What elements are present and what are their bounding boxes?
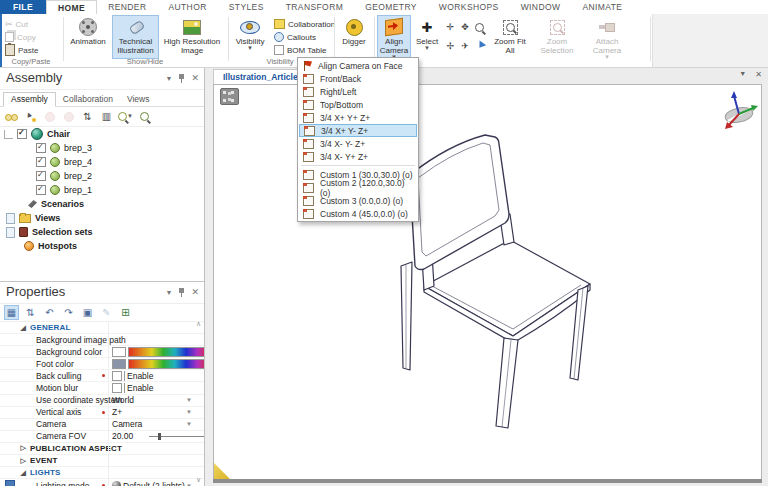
show-glasses-icon[interactable] bbox=[4, 109, 19, 124]
menu-transform[interactable]: TRANSFORM bbox=[275, 0, 354, 14]
tree-node-chair[interactable]: Chair bbox=[0, 127, 204, 141]
pin-icon[interactable] bbox=[179, 74, 184, 83]
section-general[interactable]: ◢ GENERAL bbox=[0, 322, 204, 334]
visibility-checkbox[interactable] bbox=[36, 185, 46, 195]
sort-az-icon[interactable]: ⇅ bbox=[80, 109, 95, 124]
zoom-in-icon[interactable] bbox=[475, 23, 484, 32]
menu-workshops[interactable]: WORKSHOPS bbox=[428, 0, 510, 14]
tree-node-views[interactable]: Views bbox=[0, 211, 204, 225]
undo-property-icon[interactable]: ↶ bbox=[42, 305, 57, 320]
color-swatch[interactable] bbox=[112, 359, 126, 369]
menu-item-align-camera-on-face[interactable]: Align Camera on Face bbox=[299, 59, 417, 72]
enable-checkbox[interactable] bbox=[112, 371, 122, 381]
panel-menu-icon[interactable]: ▼ bbox=[166, 289, 173, 296]
zoom-arrow-icon[interactable] bbox=[474, 40, 486, 53]
categorized-view-icon[interactable]: ▦ bbox=[4, 305, 19, 320]
prop-camera-fov[interactable]: Camera FOV 20.00 bbox=[0, 431, 204, 443]
sort-az-icon[interactable]: ⇅ bbox=[23, 305, 38, 320]
prop-motion-blur[interactable]: Motion blur Enable bbox=[0, 382, 204, 394]
collaboration-toggle[interactable]: Collaboration bbox=[274, 18, 335, 30]
callouts-toggle[interactable]: Callouts bbox=[274, 31, 316, 43]
viewport[interactable] bbox=[205, 84, 768, 486]
color-spectrum-bar[interactable] bbox=[128, 347, 204, 357]
select-button[interactable]: ✚ Select ▼ bbox=[413, 16, 441, 60]
tree-node-brep4[interactable]: brep_4 bbox=[0, 155, 204, 169]
properties-scrollbar[interactable]: ∧ ∨ bbox=[194, 320, 203, 484]
menu-render[interactable]: RENDER bbox=[97, 0, 157, 14]
zoom-fit-all-button[interactable]: Zoom Fit All bbox=[490, 16, 530, 60]
menu-item-iso-xm-ym-zp[interactable]: 3/4 X- Y- Z+ bbox=[299, 137, 417, 150]
visibility-checkbox[interactable] bbox=[36, 171, 46, 181]
prop-lighting-mode[interactable]: Lighting mode Default (2 lights) ▼ bbox=[0, 479, 204, 486]
menu-item-custom-3[interactable]: Custom 3 (0.0,0.0) (o) bbox=[299, 194, 417, 207]
section-event[interactable]: ▷ EVENT bbox=[0, 455, 204, 467]
menu-item-top-bottom[interactable]: Top/Bottom bbox=[299, 98, 417, 111]
tab-collaboration[interactable]: Collaboration bbox=[56, 93, 120, 106]
menu-animate[interactable]: ANIMATE bbox=[571, 0, 633, 14]
pan-tool-icon[interactable]: ✥ bbox=[461, 23, 469, 32]
menu-author[interactable]: AUTHOR bbox=[157, 0, 217, 14]
prop-back-culling[interactable]: Back culling Enable bbox=[0, 370, 204, 382]
panel-close-icon[interactable]: ✕ bbox=[191, 73, 199, 83]
attach-camera-button[interactable]: Attach Camera ▼ bbox=[584, 16, 630, 60]
section-publication-aspect[interactable]: ▷ PUBLICATION ASPECT bbox=[0, 443, 204, 455]
scroll-up-icon[interactable]: ∧ bbox=[196, 320, 201, 328]
tree-node-hotspots[interactable]: Hotspots bbox=[0, 239, 204, 253]
tree-node-brep2[interactable]: brep_2 bbox=[0, 169, 204, 183]
cursor-star-icon[interactable] bbox=[23, 109, 38, 124]
tabstrip-close-icon[interactable]: ✕ bbox=[755, 70, 762, 79]
menu-item-front-back[interactable]: Front/Back bbox=[299, 72, 417, 85]
panel-menu-icon[interactable]: ▼ bbox=[166, 75, 173, 82]
chevron-down-icon[interactable]: ▼ bbox=[186, 409, 192, 415]
prop-foot-color[interactable]: Foot color bbox=[0, 358, 204, 370]
menu-styles[interactable]: STYLES bbox=[218, 0, 275, 14]
panel-close-icon[interactable]: ✕ bbox=[191, 287, 199, 297]
move-tool-icon[interactable]: ✢ bbox=[447, 42, 455, 51]
menu-item-iso-xp-ym-zp[interactable]: 3/4 X+ Y- Z+ bbox=[299, 124, 417, 137]
pin-icon[interactable] bbox=[179, 288, 184, 297]
visibility-dim-icon[interactable] bbox=[42, 109, 57, 124]
prop-camera[interactable]: Camera Camera ▼ bbox=[0, 419, 204, 431]
fly-tool-icon[interactable]: ✈ bbox=[461, 42, 469, 51]
rotate-tool-icon[interactable]: ✛ bbox=[447, 23, 455, 32]
prop-use-coordinate-system[interactable]: Use coordinate system World ▼ bbox=[0, 395, 204, 407]
prop-background-image-path[interactable]: Background image path bbox=[0, 334, 204, 346]
visibility-button[interactable]: Visibility ▼ bbox=[230, 16, 270, 60]
prop-background-color[interactable]: Background color bbox=[0, 346, 204, 358]
menu-item-right-left[interactable]: Right/Left bbox=[299, 85, 417, 98]
apply-to-window-icon[interactable]: ⊞ bbox=[118, 305, 133, 320]
section-lights[interactable]: ◢ LIGHTS bbox=[0, 467, 204, 479]
high-resolution-image-button[interactable]: High Resolution Image bbox=[161, 16, 223, 60]
menu-item-iso-xp-yp-zp[interactable]: 3/4 X+ Y+ Z+ bbox=[299, 111, 417, 124]
paste-button[interactable]: Paste bbox=[5, 44, 38, 56]
visibility-checkbox[interactable] bbox=[36, 143, 46, 153]
prop-vertical-axis[interactable]: Vertical axis Z+ ▼ bbox=[0, 407, 204, 419]
align-camera-button[interactable]: Align Camera ▼ bbox=[377, 15, 411, 59]
search-zoom-icon[interactable]: ▼ bbox=[118, 109, 133, 124]
zoom-selection-button[interactable]: Zoom Selection bbox=[534, 16, 580, 60]
menu-item-custom-4[interactable]: Custom 4 (45.0,0.0) (o) bbox=[299, 207, 417, 220]
scroll-down-icon[interactable]: ∨ bbox=[196, 476, 201, 484]
menu-item-custom-2[interactable]: Custom 2 (120.0,30.0) (o) bbox=[299, 181, 417, 194]
redo-property-icon[interactable]: ↷ bbox=[61, 305, 76, 320]
chevron-down-icon[interactable]: ▼ bbox=[186, 397, 192, 403]
copy-button[interactable]: Copy bbox=[5, 31, 36, 43]
visibility-dim-alt-icon[interactable] bbox=[61, 109, 76, 124]
color-swatch[interactable] bbox=[112, 347, 126, 357]
visibility-checkbox[interactable] bbox=[36, 157, 46, 167]
animation-marker-icon[interactable] bbox=[220, 88, 239, 105]
menu-item-iso-xm-yp-zp[interactable]: 3/4 X- Y+ Z+ bbox=[299, 150, 417, 163]
menu-file[interactable]: FILE bbox=[0, 0, 46, 14]
menu-geometry[interactable]: GEOMETRY bbox=[354, 0, 428, 14]
slider-thumb[interactable] bbox=[158, 433, 161, 440]
menu-window[interactable]: WINDOW bbox=[510, 0, 572, 14]
chevron-down-icon[interactable]: ▼ bbox=[186, 421, 192, 427]
tab-views[interactable]: Views bbox=[120, 93, 157, 106]
expand-corner-icon[interactable] bbox=[4, 130, 13, 139]
neutral-properties-icon[interactable]: ▣ bbox=[80, 305, 95, 320]
bom-grid-icon[interactable]: ▥ bbox=[99, 109, 114, 124]
color-spectrum-bar[interactable] bbox=[128, 359, 204, 369]
tree-node-scenarios[interactable]: Scenarios bbox=[0, 197, 204, 211]
tree-node-brep3[interactable]: brep_3 bbox=[0, 141, 204, 155]
orientation-triad[interactable] bbox=[718, 88, 760, 132]
